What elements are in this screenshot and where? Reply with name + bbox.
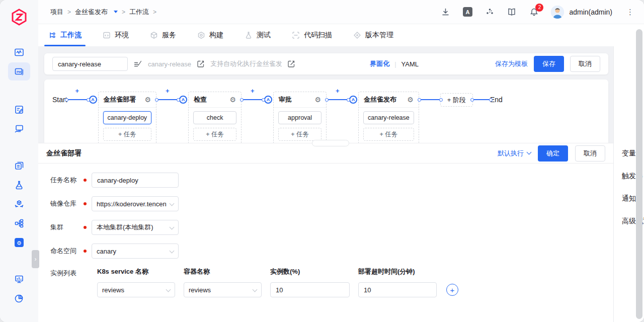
workflow-name-input[interactable] [52, 57, 128, 71]
panel-drag-handle[interactable] [312, 140, 349, 146]
sidebar-item-insight[interactable] [8, 270, 30, 288]
sidebar-item-settings[interactable]: ⚙ [8, 233, 30, 252]
sidebar-collapse-handle[interactable]: › [32, 250, 39, 268]
more-menu-icon[interactable]: ⋮ [624, 8, 636, 17]
connector-line [243, 99, 263, 100]
stage-auto-badge[interactable]: A [89, 96, 97, 104]
save-as-template-link[interactable]: 保存为模板 [495, 59, 528, 68]
add-stage-inline-button[interactable]: + [336, 88, 340, 94]
zadig-logo-icon[interactable] [10, 8, 28, 26]
exec-mode-dropdown[interactable]: 默认执行 [498, 149, 531, 158]
field-label: 任务名称 [50, 176, 84, 185]
top-bar: 项目 > 金丝雀发布 > 工作流 > A [38, 0, 644, 24]
container-name-select[interactable]: reviews [184, 282, 262, 297]
stage-auto-badge[interactable]: A [179, 96, 187, 104]
edit-description-icon[interactable] [288, 60, 295, 67]
avatar [551, 6, 564, 19]
language-icon[interactable]: A [462, 7, 472, 17]
panel-cancel-button[interactable]: 取消 [575, 145, 605, 162]
task-name-input[interactable] [92, 173, 179, 188]
view-mode-ui[interactable]: 界面化 [370, 59, 389, 68]
tab-builds[interactable]: 构建 [197, 24, 223, 46]
topbar-actions: A 2 admin(admin) ⋮ [440, 6, 636, 19]
sidebar-item-resources[interactable] [8, 214, 30, 232]
nodes-icon[interactable] [485, 7, 495, 17]
add-task-button[interactable]: + 任务 [363, 128, 414, 141]
sidebar-item-dashboard[interactable] [8, 43, 30, 61]
docs-icon[interactable] [507, 7, 517, 17]
add-instance-row-button[interactable]: + [446, 284, 458, 296]
cluster-select[interactable]: 本地集群(本地集群) [92, 220, 179, 235]
save-button[interactable]: 保存 [534, 56, 564, 72]
add-stage-inline-button[interactable]: + [166, 88, 170, 94]
tab-tests[interactable]: 测试 [245, 24, 271, 46]
user-menu[interactable]: admin(admin) [551, 6, 612, 19]
add-task-button[interactable]: + 任务 [193, 128, 236, 141]
add-stage-button[interactable]: + 阶段 [440, 93, 473, 107]
environment-icon [103, 31, 111, 39]
stage-auto-badge[interactable]: A [349, 96, 357, 104]
task-chip-approval[interactable]: approval [278, 111, 321, 124]
select-value: reviews [189, 286, 250, 294]
tab-services[interactable]: 服务 [150, 24, 176, 46]
vertical-scrollbar[interactable] [636, 29, 642, 319]
breadcrumb-project-name[interactable]: 金丝雀发布 [75, 8, 108, 17]
bell-icon[interactable]: 2 [529, 7, 539, 17]
add-task-button[interactable]: + 任务 [278, 128, 321, 141]
stage-settings-gear-icon[interactable]: ⚙ [407, 96, 414, 103]
chevron-down-icon [170, 248, 175, 253]
cancel-button[interactable]: 取消 [570, 56, 600, 72]
view-mode-yaml[interactable]: YAML [401, 60, 419, 68]
sidebar-item-environments[interactable] [8, 157, 30, 175]
sidebar-item-tests[interactable] [8, 176, 30, 194]
stage-auto-badge[interactable]: A [264, 96, 272, 104]
download-icon[interactable] [440, 7, 450, 17]
breadcrumb-workflow[interactable]: 工作流 [129, 8, 149, 17]
stage-title: 金丝雀部署 [104, 95, 136, 104]
stage-title: 金丝雀发布 [364, 95, 396, 104]
instance-percent-input[interactable] [270, 282, 350, 297]
sidebar-item-templates[interactable] [8, 101, 30, 119]
connector-line [473, 99, 490, 100]
stage-body: approval + 任务 [274, 108, 326, 143]
stage-settings-gear-icon[interactable]: ⚙ [315, 96, 321, 103]
task-config-panel: 金丝雀部署 默认执行 确定 取消 任务名称 [38, 143, 613, 322]
task-chip-canary-deploy[interactable]: canary-deploy [103, 111, 152, 124]
namespace-select[interactable]: canary [92, 244, 179, 259]
form-row-image-registry: 镜像仓库 https://koderover.tencentc [50, 196, 613, 211]
field-label: 镜像仓库 [50, 199, 84, 208]
stage-settings-gear-icon[interactable]: ⚙ [230, 96, 236, 103]
service-name-select[interactable]: reviews [97, 282, 175, 297]
edit-display-name-icon[interactable] [197, 60, 204, 67]
task-chip-canary-release[interactable]: canary-release [363, 111, 414, 124]
add-stage-inline-button[interactable]: + [75, 88, 79, 94]
version-tag-icon [353, 31, 361, 39]
image-registry-select[interactable]: https://koderover.tencentc [92, 196, 179, 211]
tab-version-management[interactable]: 版本管理 [353, 24, 393, 46]
tab-environments[interactable]: 环境 [103, 24, 129, 46]
tab-workflows[interactable]: 工作流 [48, 24, 82, 46]
add-stage-inline-button[interactable]: + [251, 88, 255, 94]
chevron-down-icon [170, 201, 175, 206]
tab-label: 环境 [115, 31, 129, 40]
task-chip-check[interactable]: check [193, 111, 236, 124]
stage-header: 金丝雀部署 ⚙ [99, 92, 156, 108]
sidebar-item-releases[interactable] [8, 195, 30, 213]
sidebar-item-reports[interactable] [8, 289, 30, 307]
workflow-display-name: canary-release [148, 60, 191, 68]
gear-glyph: ⚙ [17, 240, 22, 246]
form-row-cluster: 集群 本地集群(本地集群) [50, 220, 613, 235]
breadcrumb-projects[interactable]: 项目 [50, 8, 63, 17]
timeout-input[interactable] [358, 282, 437, 297]
collapse-chevron-icon: › [35, 256, 37, 263]
connector-line [328, 99, 348, 100]
connector-line [157, 99, 178, 100]
sidebar-item-projects[interactable]: PM [8, 62, 30, 80]
stage-settings-gear-icon[interactable]: ⚙ [145, 96, 151, 103]
confirm-button[interactable]: 确定 [538, 145, 568, 162]
add-task-button[interactable]: + 任务 [103, 128, 152, 141]
edit-check-icon[interactable] [134, 60, 142, 67]
project-dropdown-caret-icon[interactable] [114, 11, 118, 13]
sidebar-item-delivery[interactable] [8, 120, 30, 138]
tab-code-scan[interactable]: 代码扫描 [292, 24, 332, 46]
